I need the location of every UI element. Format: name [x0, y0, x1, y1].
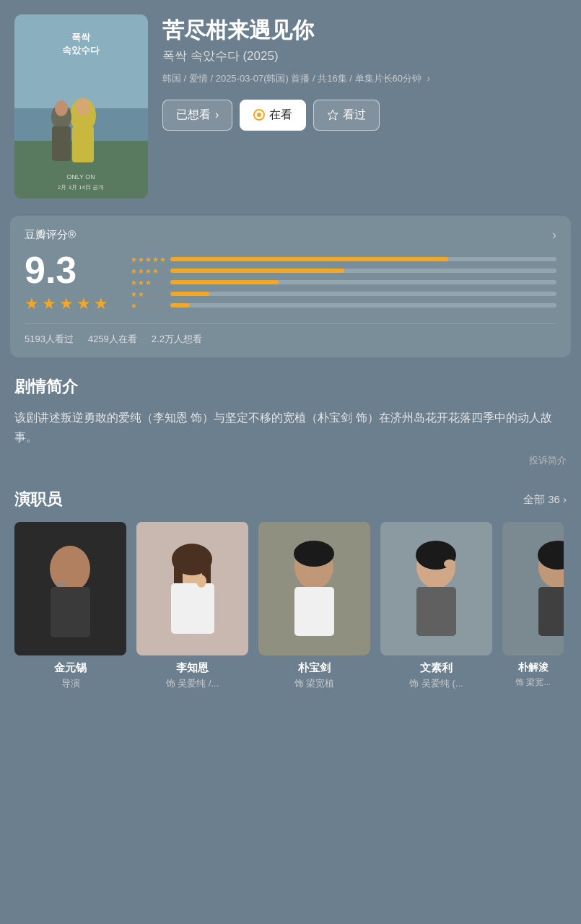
cast-role-5: 饰 梁宽...	[502, 676, 564, 689]
svg-point-14	[257, 113, 261, 117]
rating-content: 9.3 ★ ★ ★ ★ ★ ★★★★★ ★★★★★	[25, 251, 556, 313]
cast-name-5: 朴解浚	[502, 661, 564, 674]
star-4: ★	[77, 295, 91, 313]
svg-rect-7	[52, 126, 71, 161]
cast-role-2: 饰 吴爱纯 /...	[136, 677, 248, 690]
report-link[interactable]: 投诉简介	[14, 454, 567, 467]
bar-row-5: ★★★★★	[123, 256, 556, 263]
want-to-watch-button[interactable]: 已想看 ›	[162, 100, 232, 131]
rating-arrow-icon[interactable]: ›	[552, 227, 556, 243]
cast-item-2[interactable]: 李知恩 饰 吴爱纯 /...	[136, 522, 248, 690]
svg-rect-18	[51, 587, 90, 637]
svg-text:ONLY ON: ONLY ON	[66, 173, 95, 180]
cast-all-button[interactable]: 全部 36 ›	[523, 493, 567, 507]
star-half: ★	[94, 295, 108, 313]
watched-button[interactable]: 看过	[313, 100, 380, 131]
cast-title: 演职员	[14, 489, 62, 510]
star-1: ★	[25, 295, 39, 313]
rating-header: 豆瓣评分® ›	[25, 227, 556, 243]
synopsis-section: 剧情简介 该剧讲述叛逆勇敢的爱纯（李知恩 饰）与坚定不移的宽植（朴宝剑 饰）在济…	[0, 369, 581, 481]
svg-point-27	[196, 575, 206, 588]
svg-rect-35	[416, 587, 456, 636]
bar-row-3: ★★★★★	[123, 279, 556, 287]
synopsis-title: 剧情简介	[14, 376, 567, 398]
rating-brand: 豆瓣评分®	[25, 228, 76, 242]
bar-row-1: ★★★★★	[123, 302, 556, 310]
svg-point-5	[76, 98, 90, 116]
movie-poster[interactable]: NETFLIX 폭싹 속았수다 ONLY ON	[14, 14, 148, 199]
svg-rect-1	[14, 14, 148, 108]
info-section: 苦尽柑来遇见你 폭싹 속았수다 (2025) 韩国 / 爱情 / 2025-03…	[162, 14, 567, 131]
cast-name-4: 文素利	[380, 661, 492, 675]
svg-rect-26	[171, 583, 214, 634]
svg-rect-4	[72, 126, 94, 162]
svg-text:속았수다: 속았수다	[62, 45, 100, 56]
star-2: ★	[42, 295, 56, 313]
score-block: 9.3 ★ ★ ★ ★ ★	[25, 251, 108, 313]
hero-section: NETFLIX 폭싹 속았수다 ONLY ON	[0, 0, 581, 216]
rating-section: 豆瓣评分® › 9.3 ★ ★ ★ ★ ★ ★★★★★	[10, 216, 571, 357]
cast-item-5[interactable]: 朴解浚 饰 梁宽...	[502, 522, 564, 690]
cast-list: 金元锡 导演 李知恩 饰 吴爱纯 /...	[14, 522, 567, 697]
svg-rect-20	[56, 583, 66, 586]
want-count: 2.2万人想看	[152, 333, 202, 346]
svg-point-36	[444, 559, 455, 568]
cast-role-1: 导演	[14, 677, 126, 690]
star-icon	[327, 109, 338, 121]
svg-text:2月 3月 14日 공개: 2月 3月 14日 공개	[58, 184, 104, 191]
svg-text:폭싹: 폭싹	[71, 32, 91, 43]
cast-section: 演职员 全部 36 › 金元锡 导演	[0, 481, 581, 697]
svg-point-17	[50, 546, 90, 592]
watched-count: 5193人看过	[25, 333, 74, 346]
watching-count: 4259人在看	[88, 333, 137, 346]
cast-name-2: 李知恩	[136, 661, 248, 675]
svg-marker-15	[328, 110, 338, 120]
cast-header: 演职员 全部 36 ›	[14, 489, 567, 510]
svg-rect-40	[538, 587, 564, 636]
bar-row-4: ★★★★★	[123, 267, 556, 275]
watching-button[interactable]: 在看	[240, 100, 306, 131]
cast-role-4: 饰 吴爱纯 (...	[380, 677, 492, 690]
cast-role-3: 饰 梁宽植	[258, 677, 370, 690]
svg-point-8	[55, 100, 68, 116]
action-buttons: 已想看 › 在看 看过	[162, 100, 567, 131]
cast-item-1[interactable]: 金元锡 导演	[14, 522, 126, 690]
rating-counts: 5193人看过 4259人在看 2.2万人想看	[25, 323, 556, 346]
watching-icon	[253, 109, 265, 121]
cast-item-3[interactable]: 朴宝剑 饰 梁宽植	[258, 522, 370, 690]
svg-rect-31	[294, 587, 334, 636]
title-chinese: 苦尽柑来遇见你	[162, 17, 567, 43]
rating-bars: ★★★★★ ★★★★★ ★★★★★ ★★★★★	[123, 256, 556, 310]
rating-stars: ★ ★ ★ ★ ★	[25, 295, 108, 313]
star-3: ★	[59, 295, 74, 313]
rating-score: 9.3	[25, 251, 108, 289]
bar-row-2: ★★★★★	[123, 290, 556, 298]
title-korean: 폭싹 속았수다 (2025)	[162, 48, 567, 64]
cast-name-3: 朴宝剑	[258, 661, 370, 675]
synopsis-text: 该剧讲述叛逆勇敢的爱纯（李知恩 饰）与坚定不移的宽植（朴宝剑 饰）在济州岛花开花…	[14, 408, 567, 447]
meta-info: 韩国 / 爱情 / 2025-03-07(韩国) 首播 / 共16集 / 单集片…	[162, 71, 567, 87]
svg-point-30	[294, 541, 334, 567]
cast-item-4[interactable]: 文素利 饰 吴爱纯 (...	[380, 522, 492, 690]
cast-name-1: 金元锡	[14, 661, 126, 675]
